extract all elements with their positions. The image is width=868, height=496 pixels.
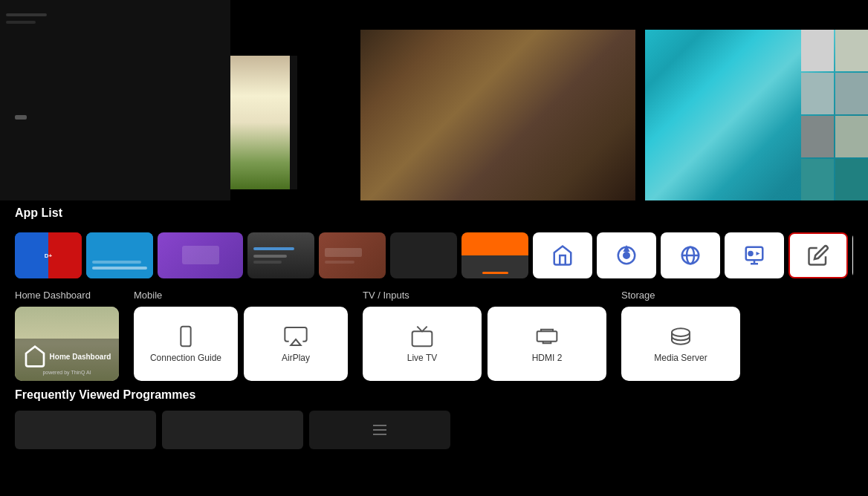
app-tile-brown[interactable] (319, 232, 386, 278)
app-icon-tile-settings[interactable]: Settings (852, 232, 853, 278)
group-items-home: Home Dashboard powered by ThinQ AI (15, 307, 119, 381)
app-icon-tile-soccer[interactable] (597, 232, 656, 278)
freq-section-label: Frequently Viewed Programmes (15, 388, 853, 402)
group-label-home: Home Dashboard (15, 290, 119, 301)
phone-icon (174, 324, 198, 348)
color-block-2 (835, 30, 868, 71)
hdmi-icon (535, 324, 559, 348)
top-banner (0, 0, 868, 200)
svg-rect-12 (537, 331, 557, 341)
color-block-1 (801, 30, 834, 71)
banner-thumbnail-1 (230, 56, 290, 189)
svg-point-1 (624, 252, 629, 258)
banner-left (0, 0, 230, 200)
app-list-label: App List (15, 206, 853, 220)
group-items-storage: Media Server (621, 307, 740, 381)
airplay-icon (284, 324, 308, 348)
banner-center (360, 30, 635, 200)
color-block-7 (801, 159, 834, 200)
hdmi2-label: HDMI 2 (532, 353, 563, 363)
banner-gap (290, 56, 297, 189)
banner-right-main (645, 30, 868, 200)
app-tile-blue[interactable] (86, 232, 153, 278)
svg-rect-11 (412, 331, 433, 346)
svg-rect-8 (181, 327, 190, 347)
app-icon-tile-edit[interactable] (788, 232, 848, 278)
freq-items (15, 411, 853, 449)
group-items-mobile: Connection Guide AirPlay (134, 307, 348, 381)
connection-guide-tile[interactable]: Connection Guide (134, 307, 238, 381)
banner-label (15, 115, 27, 120)
color-block-8 (835, 159, 868, 200)
server-icon (669, 324, 693, 348)
group-label-storage: Storage (621, 290, 740, 301)
airplay-label: AirPlay (282, 353, 310, 363)
app-tile-purple[interactable] (158, 232, 243, 278)
hdmi2-tile[interactable]: HDMI 2 (488, 307, 606, 381)
home-dash-label: Home Dashboard (50, 353, 111, 361)
live-tv-tile[interactable]: Live TV (363, 307, 482, 381)
group-items-tv: Live TV HDMI 2 (363, 307, 606, 381)
media-icon (743, 244, 765, 267)
svg-point-6 (749, 252, 753, 255)
home-dashboard-tile[interactable]: Home Dashboard powered by ThinQ AI (15, 307, 119, 381)
tv-icon (410, 324, 434, 348)
freq-tile-2[interactable] (162, 411, 303, 449)
color-block-5 (801, 116, 834, 157)
connection-guide-label: Connection Guide (150, 353, 221, 363)
home-dash-icon (23, 345, 47, 368)
app-icon-tile-globe[interactable] (661, 232, 720, 278)
color-block-4 (835, 73, 868, 114)
app-icon-tile-home[interactable] (533, 232, 592, 278)
globe-icon (679, 244, 702, 267)
home-icon (551, 244, 574, 267)
app-list-section: App List D+ (0, 200, 868, 282)
svg-marker-10 (291, 339, 300, 345)
edit-icon (807, 244, 829, 267)
airplay-tile[interactable]: AirPlay (244, 307, 348, 381)
banner-right (645, 30, 868, 200)
home-thinq-label: powered by ThinQ AI (21, 370, 113, 375)
dashboard-group-mobile: Mobile Connection Guide AirPlay (134, 290, 348, 381)
color-block-6 (835, 116, 868, 157)
soccer-icon (615, 244, 638, 267)
dashboard-group-home: Home Dashboard Home Dashboard powered by… (15, 290, 119, 381)
color-block-3 (801, 73, 834, 114)
app-tile-disney[interactable]: D+ (15, 232, 82, 278)
app-list-scroll[interactable]: D+ (15, 229, 853, 282)
freq-section: Frequently Viewed Programmes (0, 381, 868, 449)
app-icon-tile-media[interactable] (725, 232, 784, 278)
group-label-mobile: Mobile (134, 290, 348, 301)
live-tv-label: Live TV (407, 353, 437, 363)
group-label-tv: TV / Inputs (363, 290, 606, 301)
media-server-label: Media Server (654, 353, 707, 363)
dashboard-group-storage: Storage Media Server (621, 290, 740, 381)
dashboard-group-tv: TV / Inputs Live TV HDMI 2 (363, 290, 606, 381)
svg-point-13 (672, 328, 690, 336)
menu-icon (371, 421, 389, 439)
app-tile-orange[interactable] (461, 232, 528, 278)
freq-tile-1[interactable] (15, 411, 156, 449)
app-tile-dark2[interactable] (390, 232, 457, 278)
media-server-tile[interactable]: Media Server (621, 307, 740, 381)
app-tile-dark[interactable] (247, 232, 314, 278)
banner-right-overlay (801, 30, 868, 200)
dashboard-area: Home Dashboard Home Dashboard powered by… (0, 282, 868, 381)
freq-tile-3[interactable] (309, 411, 450, 449)
